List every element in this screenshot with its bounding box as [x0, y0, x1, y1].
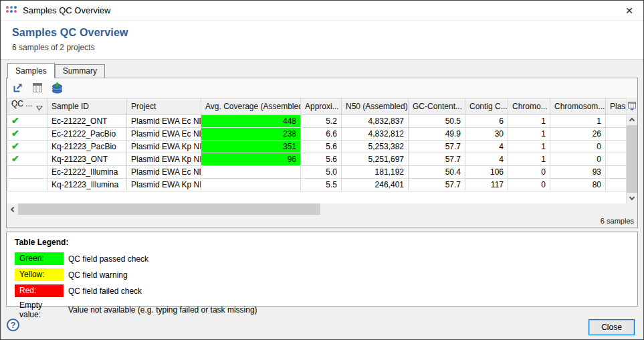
- cell-plasmid[interactable]: [606, 165, 627, 178]
- cell-contig[interactable]: 106: [465, 165, 508, 178]
- cell-avg_coverage[interactable]: [201, 165, 301, 178]
- vertical-scroll-thumb[interactable]: [627, 125, 637, 193]
- cell-project[interactable]: Plasmid EWA Kp NDM: [127, 140, 201, 153]
- cell-chromo[interactable]: 1: [508, 140, 550, 153]
- cell-qc[interactable]: [7, 165, 47, 178]
- cell-chromo[interactable]: 0: [508, 178, 550, 191]
- cell-avg_coverage[interactable]: 351: [201, 140, 301, 153]
- cell-chromosom[interactable]: 0: [550, 140, 606, 153]
- cell-plasmid[interactable]: [606, 114, 627, 127]
- cell-chromo[interactable]: 0: [508, 165, 550, 178]
- cell-gc[interactable]: 50.4: [409, 165, 465, 178]
- cell-qc[interactable]: ✔: [7, 114, 47, 127]
- help-icon[interactable]: ?: [7, 319, 19, 331]
- cell-sample_id[interactable]: Ec-21222_Illumina: [47, 165, 127, 178]
- cell-chromosom[interactable]: 93: [550, 165, 606, 178]
- cell-contig[interactable]: 4: [465, 153, 508, 165]
- column-header-contig[interactable]: Contig C...: [465, 98, 508, 114]
- table-row[interactable]: Kq-21223_IlluminaPlasmid EWA Kp NDM5.524…: [7, 178, 627, 191]
- cell-approx[interactable]: 6.6: [301, 127, 342, 140]
- cell-plasmid[interactable]: [606, 140, 627, 153]
- cell-plasmid[interactable]: [606, 153, 627, 165]
- tab-summary[interactable]: Summary: [55, 64, 105, 78]
- cell-n50[interactable]: 4,832,812: [342, 127, 409, 140]
- cell-plasmid[interactable]: [606, 127, 627, 140]
- cell-project[interactable]: Plasmid EWA Ec NDM: [127, 114, 201, 127]
- table-row[interactable]: ✔Ec-21222_PacBioPlasmid EWA Ec NDM2386.6…: [7, 127, 627, 140]
- horizontal-scrollbar[interactable]: [7, 203, 637, 215]
- cell-chromo[interactable]: 1: [508, 153, 550, 165]
- cell-n50[interactable]: 181,192: [342, 165, 409, 178]
- cell-gc[interactable]: 57.7: [409, 140, 465, 153]
- cell-qc[interactable]: ✔: [7, 127, 47, 140]
- column-header-gc[interactable]: GC-Content...: [409, 98, 465, 114]
- cell-contig[interactable]: 117: [465, 178, 508, 191]
- cell-project[interactable]: Plasmid EWA Kp NDM: [127, 178, 201, 191]
- cell-qc[interactable]: ✔: [7, 153, 47, 165]
- cell-project[interactable]: Plasmid EWA Ec NDM: [127, 165, 201, 178]
- column-header-n50[interactable]: N50 (Assembled): [342, 98, 409, 114]
- cell-sample_id[interactable]: Kq-21223_Illumina: [47, 178, 127, 191]
- column-layout-icon[interactable]: [31, 81, 44, 94]
- cell-gc[interactable]: 49.9: [409, 127, 465, 140]
- cell-chromo[interactable]: 1: [508, 127, 550, 140]
- scroll-left-icon[interactable]: [7, 203, 18, 215]
- vertical-scrollbar[interactable]: [627, 125, 637, 193]
- cell-chromosom[interactable]: 1: [550, 114, 606, 127]
- cell-n50[interactable]: 4,832,837: [342, 114, 409, 127]
- cell-gc[interactable]: 57.7: [409, 153, 465, 165]
- cell-project[interactable]: Plasmid EWA Kp NDM: [127, 153, 201, 165]
- cell-avg_coverage[interactable]: 238: [201, 127, 301, 140]
- column-header-plasmid[interactable]: Plasm: [606, 98, 627, 114]
- cell-chromosom[interactable]: 80: [550, 178, 606, 191]
- column-header-approx[interactable]: Approxi...: [301, 98, 342, 114]
- table-row[interactable]: ✔Kq-21223_ONTPlasmid EWA Kp NDM965.65,25…: [7, 153, 627, 165]
- scroll-up-icon[interactable]: [627, 114, 637, 125]
- cell-n50[interactable]: 5,253,382: [342, 140, 409, 153]
- table-row[interactable]: Ec-21222_IlluminaPlasmid EWA Ec NDM5.018…: [7, 165, 627, 178]
- cell-sample_id[interactable]: Kq-21223_PacBio: [47, 140, 127, 153]
- table-row[interactable]: ✔Ec-21222_ONTPlasmid EWA Ec NDM4485.24,8…: [7, 114, 627, 127]
- cell-avg_coverage[interactable]: [201, 178, 301, 191]
- close-button[interactable]: Close: [588, 319, 635, 335]
- cell-qc[interactable]: [7, 178, 47, 191]
- column-chooser-icon[interactable]: [627, 98, 637, 114]
- cell-chromosom[interactable]: 26: [550, 127, 606, 140]
- cell-approx[interactable]: 5.5: [301, 178, 342, 191]
- column-header-chromosom[interactable]: Chromosom...: [550, 98, 606, 114]
- cell-approx[interactable]: 5.6: [301, 140, 342, 153]
- cell-sample_id[interactable]: Ec-21222_PacBio: [47, 127, 127, 140]
- cell-sample_id[interactable]: Ec-21222_ONT: [47, 114, 127, 127]
- cell-chromosom[interactable]: 0: [550, 153, 606, 165]
- tab-samples[interactable]: Samples: [7, 63, 55, 78]
- cell-contig[interactable]: 4: [465, 140, 508, 153]
- horizontal-scroll-thumb[interactable]: [18, 203, 320, 215]
- cell-qc[interactable]: ✔: [7, 140, 47, 153]
- cell-gc[interactable]: 57.7: [409, 178, 465, 191]
- cell-sample_id[interactable]: Kq-21223_ONT: [47, 153, 127, 165]
- cell-n50[interactable]: 5,251,697: [342, 153, 409, 165]
- sort-filter-icon[interactable]: [36, 104, 43, 113]
- cell-avg_coverage[interactable]: 448: [201, 114, 301, 127]
- cell-chromo[interactable]: 1: [508, 114, 550, 127]
- database-upload-icon[interactable]: [50, 81, 64, 94]
- column-header-chromo[interactable]: Chromo...: [508, 98, 550, 114]
- close-icon[interactable]: ×: [622, 5, 637, 17]
- cell-gc[interactable]: 50.5: [409, 114, 465, 127]
- cell-plasmid[interactable]: [606, 178, 627, 191]
- cell-contig[interactable]: 30: [465, 127, 508, 140]
- cell-approx[interactable]: 5.2: [301, 114, 342, 127]
- table-row[interactable]: ✔Kq-21223_PacBioPlasmid EWA Kp NDM3515.6…: [7, 140, 627, 153]
- column-header-qc[interactable]: QC ...: [7, 98, 47, 114]
- column-header-avg_coverage[interactable]: Avg. Coverage (Assembled): [201, 98, 301, 114]
- cell-approx[interactable]: 5.0: [301, 165, 342, 178]
- cell-avg_coverage[interactable]: 96: [201, 153, 301, 165]
- cell-n50[interactable]: 246,401: [342, 178, 409, 191]
- cell-project[interactable]: Plasmid EWA Ec NDM: [127, 127, 201, 140]
- column-header-project[interactable]: Project: [127, 98, 201, 114]
- scroll-down-icon[interactable]: [627, 193, 637, 203]
- cell-approx[interactable]: 5.6: [301, 153, 342, 165]
- cell-contig[interactable]: 6: [465, 114, 508, 127]
- export-table-icon[interactable]: [11, 81, 25, 94]
- column-header-sample_id[interactable]: Sample ID: [47, 98, 127, 114]
